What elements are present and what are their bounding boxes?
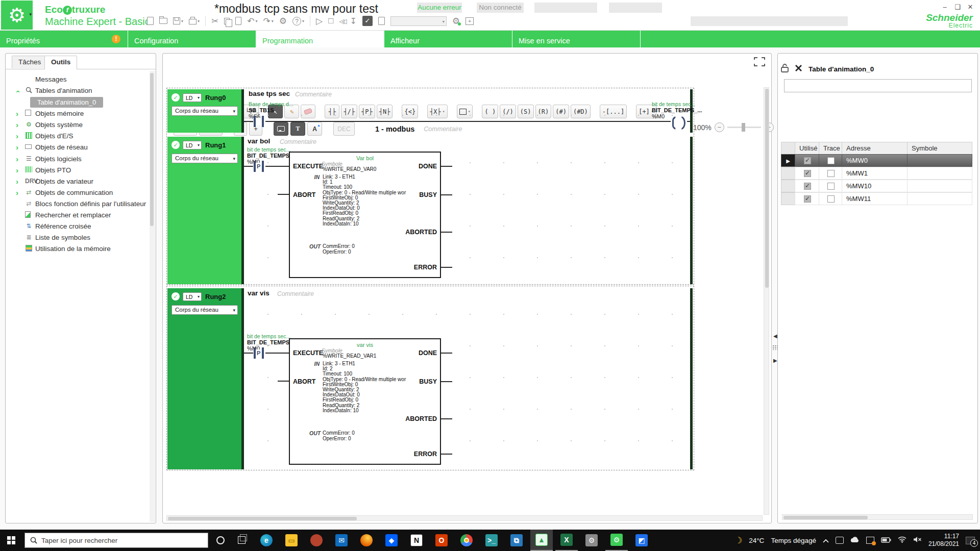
taskbar-app-edge[interactable]: e bbox=[255, 530, 278, 551]
weather-temp[interactable]: 24°C bbox=[749, 537, 764, 544]
cut-button[interactable]: ✂ bbox=[211, 16, 218, 27]
report-button[interactable] bbox=[378, 17, 385, 25]
new-document-button[interactable] bbox=[147, 17, 154, 25]
sidebar-scrollbar[interactable] bbox=[150, 71, 155, 522]
maximize-button[interactable]: ❑ bbox=[952, 3, 963, 11]
taskbar-app-photos[interactable]: ◩ bbox=[630, 530, 653, 551]
toolbar-combobox[interactable]: ▾ bbox=[390, 16, 447, 26]
close-button[interactable]: ✕ bbox=[965, 3, 976, 11]
rung2-language-dropdown[interactable]: LD bbox=[183, 292, 202, 301]
chevron-right-icon[interactable]: › bbox=[16, 120, 18, 129]
hidden-icons-chevron-icon[interactable] bbox=[823, 537, 829, 544]
save-button[interactable]: ▾ bbox=[173, 17, 183, 24]
rung0-comment-placeholder[interactable]: Commentaire bbox=[295, 91, 332, 98]
checkbox-unchecked-icon[interactable] bbox=[827, 183, 835, 190]
tab-mise-en-service[interactable]: Mise en service bbox=[512, 31, 641, 47]
rung1-function-block[interactable]: Var bol EXECUTE DONE Symbole %WRITE_READ… bbox=[289, 152, 441, 278]
column-header-utilise[interactable]: Utilisé bbox=[795, 142, 819, 155]
volume-muted-icon[interactable] bbox=[913, 536, 922, 544]
sidebar-tab-outils[interactable]: Outils bbox=[44, 56, 77, 69]
contact-bar[interactable] bbox=[262, 116, 264, 127]
checkbox-checked-icon[interactable] bbox=[804, 157, 811, 164]
taskbar-app-settings[interactable]: ⚙ bbox=[580, 530, 603, 551]
cell-symbole[interactable] bbox=[907, 192, 972, 205]
sidebar-item-objets-communication[interactable]: ›⇄Objets de communication bbox=[6, 187, 156, 198]
chevron-right-icon[interactable]: › bbox=[16, 109, 18, 118]
taskbar-app-terminal[interactable]: >_ bbox=[480, 530, 503, 551]
add-window-button[interactable]: + bbox=[465, 17, 474, 25]
rung0-header[interactable]: ✓ LD Rung0 Corps du réseau bbox=[167, 89, 241, 133]
chevron-right-icon[interactable]: › bbox=[16, 132, 18, 140]
cell-trace[interactable] bbox=[819, 167, 842, 180]
close-panel-icon[interactable] bbox=[795, 64, 802, 74]
sidebar-item-liste-symboles[interactable]: ≣Liste de symboles bbox=[6, 232, 156, 243]
taskbar-app-excel[interactable]: X bbox=[555, 530, 578, 551]
contact-p-bar[interactable] bbox=[262, 161, 264, 172]
zoom-slider[interactable] bbox=[727, 127, 761, 128]
taskbar-app-store[interactable] bbox=[305, 530, 328, 551]
scrollbar-thumb[interactable] bbox=[783, 516, 868, 519]
ladder-horizontal-scrollbar[interactable] bbox=[166, 515, 763, 521]
row-marker[interactable] bbox=[781, 180, 795, 192]
column-header-trace[interactable]: Trace bbox=[819, 142, 842, 155]
rung2-title[interactable]: var vis bbox=[248, 289, 270, 297]
checkbox-checked-icon[interactable] bbox=[804, 195, 811, 203]
notification-center-icon[interactable]: 4 bbox=[966, 537, 975, 544]
panel-horizontal-scrollbar[interactable] bbox=[782, 514, 973, 520]
sidebar-item-rechercher-remplacer[interactable]: Rechercher et remplacer bbox=[6, 210, 156, 221]
cell-trace[interactable] bbox=[819, 154, 842, 167]
cell-utilise[interactable] bbox=[795, 180, 819, 192]
app-logo-gear-icon[interactable]: ⚙▾ bbox=[1, 1, 33, 30]
sidebar-item-objets-reseau[interactable]: ›Objets de réseau bbox=[6, 142, 156, 153]
cell-trace[interactable] bbox=[819, 192, 842, 205]
sidebar-item-objets-pto[interactable]: ›Objets PTO bbox=[6, 165, 156, 176]
open-button[interactable] bbox=[159, 18, 167, 24]
tools-button[interactable]: ⚙ bbox=[452, 16, 460, 27]
task-view-icon[interactable] bbox=[238, 536, 246, 544]
tab-afficheur[interactable]: Afficheur bbox=[384, 31, 512, 47]
sidebar-item-objets-variateur[interactable]: ›DRVObjets de variateur bbox=[6, 176, 156, 187]
contact-p-bar[interactable] bbox=[254, 161, 256, 172]
checkbox-checked-icon[interactable] bbox=[804, 170, 811, 177]
taskbar-app-machine-expert[interactable]: ▲ bbox=[530, 530, 553, 551]
sidebar-item-table-animation-0[interactable]: Table d'animation_0 bbox=[6, 97, 156, 108]
row-marker[interactable]: ▶ bbox=[781, 154, 795, 167]
commissioning-button[interactable]: ✓ bbox=[362, 16, 373, 26]
cell-trace[interactable] bbox=[819, 180, 842, 192]
contact-p-bar[interactable] bbox=[254, 347, 256, 359]
cortana-icon[interactable] bbox=[216, 536, 225, 544]
column-header-symbole[interactable]: Symbole bbox=[907, 142, 972, 155]
lock-icon[interactable] bbox=[781, 64, 789, 74]
collapse-left-arrow-icon[interactable]: ◀ bbox=[773, 333, 777, 339]
cell-adresse[interactable]: %MW1 bbox=[842, 167, 908, 180]
onedrive-cloud-icon[interactable] bbox=[850, 537, 860, 544]
minimize-button[interactable]: – bbox=[939, 3, 950, 11]
sidebar-item-tables-animation[interactable]: › Tables d'animation bbox=[6, 85, 156, 96]
sidebar-item-objets-memoire[interactable]: ›Objets mémoire bbox=[6, 108, 156, 119]
taskbar-search[interactable]: Taper ici pour rechercher bbox=[24, 533, 208, 548]
screen-share-icon[interactable] bbox=[866, 537, 874, 544]
tab-configuration[interactable]: Configuration bbox=[128, 31, 256, 47]
rung0-body-dropdown[interactable]: Corps du réseau bbox=[172, 106, 238, 116]
cell-adresse[interactable]: %MW10 bbox=[842, 180, 908, 192]
zoom-out-button[interactable]: − bbox=[715, 122, 724, 132]
checkbox-unchecked-icon[interactable] bbox=[827, 157, 835, 164]
wifi-icon[interactable] bbox=[898, 536, 906, 544]
undo-button[interactable]: ↶▾ bbox=[247, 16, 257, 27]
sidebar-item-reference-croisee[interactable]: ⇅Référence croisée bbox=[6, 221, 156, 232]
sidebar-tab-taches[interactable]: Tâches bbox=[12, 56, 47, 68]
cell-adresse[interactable]: %MW0 bbox=[842, 154, 908, 167]
chevron-right-icon[interactable]: › bbox=[16, 188, 18, 197]
cell-symbole[interactable] bbox=[907, 167, 972, 180]
init-controller-button[interactable]: ◁◁ bbox=[339, 17, 344, 25]
cell-adresse[interactable]: %MW11 bbox=[842, 192, 908, 205]
chevron-right-icon[interactable]: › bbox=[16, 166, 18, 174]
rung2-comment-placeholder[interactable]: Commentaire bbox=[277, 290, 314, 297]
collapse-right-arrow-icon[interactable]: ▶ bbox=[773, 358, 777, 363]
rung2-function-block[interactable]: var vis EXECUTE DONE Symbole %WRITE_READ… bbox=[289, 338, 441, 465]
monitor-tray-icon[interactable] bbox=[836, 537, 844, 544]
download-to-plc-button[interactable]: ↧ bbox=[350, 16, 356, 26]
rung1-body-dropdown[interactable]: Corps du réseau bbox=[172, 154, 238, 163]
rung2-header-selected[interactable]: ✓ LD Rung2 Corps du réseau bbox=[167, 288, 241, 469]
scrollbar-thumb[interactable] bbox=[168, 517, 357, 520]
